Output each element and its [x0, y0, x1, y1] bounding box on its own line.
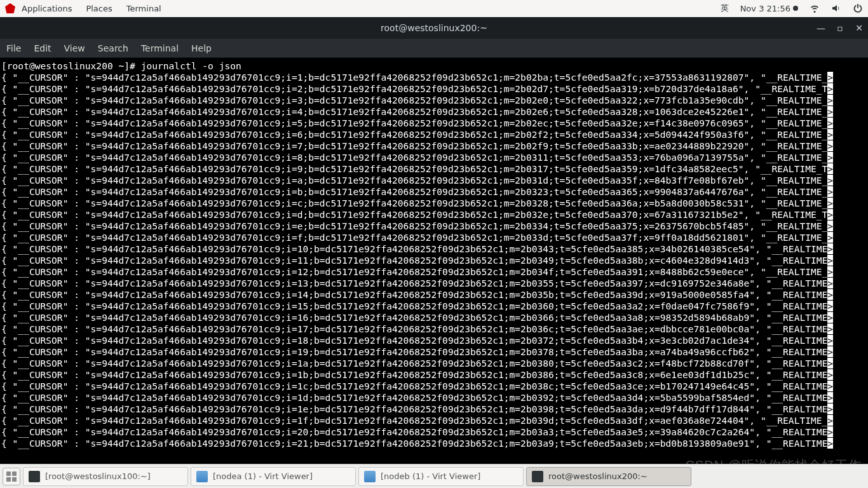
- topbar-menu-terminal[interactable]: Terminal: [126, 4, 161, 13]
- taskbar-task-3[interactable]: root@westoslinux200:~: [526, 467, 691, 486]
- taskbar-task-label: [nodea (1) - Virt Viewer]: [213, 471, 313, 481]
- menu-search[interactable]: Search: [98, 43, 128, 53]
- volume-icon[interactable]: [831, 3, 841, 13]
- menu-help[interactable]: Help: [191, 43, 212, 53]
- window-minimize-button[interactable]: —: [816, 23, 826, 33]
- menu-file[interactable]: File: [6, 43, 21, 53]
- taskbar-task-label: [nodeb (1) - Virt Viewer]: [381, 471, 480, 481]
- terminal-window: root@westoslinux200:~ — ▫ ✕ File Edit Vi…: [0, 17, 868, 464]
- topbar-menu-places[interactable]: Places: [86, 4, 112, 13]
- window-close-button[interactable]: ✕: [854, 23, 864, 33]
- window-title: root@westoslinux200:~: [381, 23, 487, 33]
- workspace-grid-icon: [6, 471, 17, 482]
- ime-indicator[interactable]: 英: [721, 3, 729, 14]
- taskbar-task-label: [root@westoslinux100:~]: [45, 471, 151, 481]
- vm-icon: [364, 471, 376, 482]
- taskbar-task-1[interactable]: [nodea (1) - Virt Viewer]: [191, 467, 356, 486]
- taskbar-task-2[interactable]: [nodeb (1) - Virt Viewer]: [358, 467, 524, 486]
- window-titlebar[interactable]: root@westoslinux200:~ — ▫ ✕: [0, 17, 868, 39]
- taskbar-task-label: root@westoslinux200:~: [548, 471, 648, 481]
- wifi-icon[interactable]: [810, 3, 820, 13]
- menu-edit[interactable]: Edit: [34, 43, 51, 53]
- topbar-menu-applications[interactable]: Applications: [22, 4, 72, 13]
- window-maximize-button[interactable]: ▫: [835, 23, 845, 33]
- gnome-topbar: Applications Places Terminal 英 Nov 3 21:…: [0, 0, 868, 17]
- taskbar-task-0[interactable]: [root@westoslinux100:~]: [23, 467, 188, 486]
- clock[interactable]: Nov 3 21:56: [740, 4, 798, 13]
- terminal-icon: [532, 471, 543, 482]
- menu-terminal[interactable]: Terminal: [141, 43, 179, 53]
- workspace-switcher-button[interactable]: [3, 468, 20, 485]
- terminal-menubar: File Edit View Search Terminal Help: [0, 39, 868, 58]
- menu-view[interactable]: View: [64, 43, 85, 53]
- power-icon[interactable]: [853, 3, 863, 13]
- terminal-icon: [29, 471, 40, 482]
- distro-logo-icon: [5, 3, 15, 13]
- taskbar: [root@westoslinux100:~][nodea (1) - Virt…: [0, 464, 868, 488]
- system-tray: 英 Nov 3 21:56: [721, 3, 863, 14]
- terminal-output[interactable]: [root@westoslinux200 ~]# journalctl -o j…: [0, 58, 868, 464]
- vm-icon: [196, 471, 208, 482]
